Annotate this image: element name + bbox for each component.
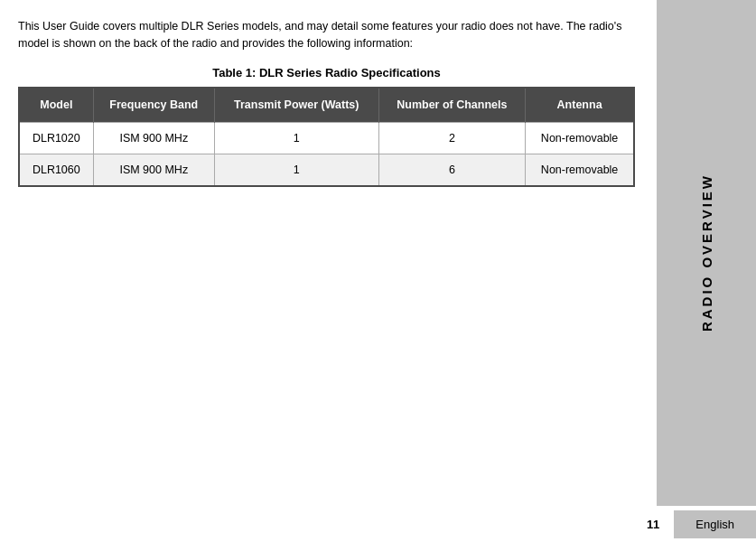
- table-cell: 1: [214, 154, 378, 187]
- table-title: Table 1: DLR Series Radio Specifications: [18, 66, 635, 79]
- table-cell: 6: [378, 154, 526, 187]
- table-cell: Non-removable: [526, 123, 634, 154]
- table-row: DLR1020ISM 900 MHz12Non-removable: [19, 123, 634, 154]
- col-header-channels: Number of Channels: [378, 88, 526, 123]
- table-cell: DLR1060: [19, 154, 93, 187]
- main-content: This User Guide covers multiple DLR Seri…: [0, 0, 657, 542]
- table-cell: ISM 900 MHz: [93, 154, 214, 187]
- table-cell: Non-removable: [526, 154, 634, 187]
- table-cell: DLR1020: [19, 123, 93, 154]
- sidebar-label: RADIO OVERVIEW: [699, 173, 714, 332]
- spec-table: Model Frequency Band Transmit Power (Wat…: [18, 87, 635, 188]
- bottom-bar: 11 English: [0, 506, 756, 542]
- col-header-frequency: Frequency Band: [93, 88, 214, 123]
- table-row: DLR1060ISM 900 MHz16Non-removable: [19, 154, 634, 187]
- language-badge: English: [674, 510, 756, 538]
- col-header-power: Transmit Power (Watts): [214, 88, 378, 123]
- table-cell: ISM 900 MHz: [93, 123, 214, 154]
- table-header-row: Model Frequency Band Transmit Power (Wat…: [19, 88, 634, 123]
- col-header-model: Model: [19, 88, 93, 123]
- table-cell: 2: [378, 123, 526, 154]
- table-cell: 1: [214, 123, 378, 154]
- intro-paragraph: This User Guide covers multiple DLR Seri…: [18, 18, 635, 53]
- col-header-antenna: Antenna: [526, 88, 634, 123]
- sidebar: RADIO OVERVIEW: [657, 0, 756, 506]
- page-number: 11: [647, 518, 659, 531]
